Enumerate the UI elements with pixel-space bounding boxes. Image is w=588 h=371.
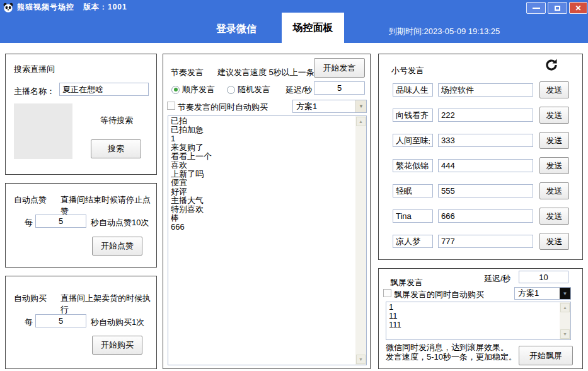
auto-like-panel: 自动点赞 直播间结束时候请停止点赞 每 秒自动点赞10次 开始点赞 [5, 183, 157, 268]
plan-selected-value: 方案1 [515, 288, 560, 299]
close-button[interactable]: ✕ [569, 2, 587, 14]
alt-account-row: 发送 [393, 157, 570, 174]
alt-account-row: 发送 [393, 81, 570, 98]
alt-account-message-input[interactable] [438, 134, 533, 147]
host-name-input[interactable] [59, 83, 149, 96]
minimize-button[interactable] [526, 2, 546, 14]
floating-speech-panel: 飘屏发言 延迟/秒 飘屏发言的同时自动购买 方案1 ▼ 1 11 111 ▲ ▼… [378, 268, 583, 369]
floating-note-1: 微信同时发消息，达到滚屏效果。 [386, 343, 509, 352]
send-button[interactable]: 发送 [539, 81, 569, 98]
start-buy-button[interactable]: 开始购买 [92, 336, 142, 355]
floating-messages-text: 1 11 111 [389, 303, 558, 339]
rhythm-autobuy-label: 节奏发言的同时自动购买 [178, 102, 268, 113]
floating-autobuy-checkbox[interactable] [383, 289, 391, 297]
tab-control-panel[interactable]: 场控面板 [282, 13, 344, 43]
rhythm-messages-text: 已拍 已拍加急 1 来复购了 看看上一个 喜欢 上新了吗 便宜 好评 主播大气 … [171, 117, 354, 364]
alt-account-row: 发送 [393, 208, 570, 225]
start-speech-button[interactable]: 开始发言 [314, 58, 365, 78]
panel-title: 搜索直播间 [14, 64, 55, 75]
alt-account-name-input[interactable] [393, 109, 433, 122]
liveroom-preview-image [14, 103, 72, 159]
floating-plan-dropdown[interactable]: 方案1 ▼ [514, 287, 571, 300]
maximize-button[interactable] [548, 2, 567, 14]
delay-label: 延迟/秒 [285, 85, 313, 96]
scrollbar[interactable]: ▲ ▼ [355, 116, 366, 365]
auto-like-hint: 直播间结束时候请停止点赞 [61, 194, 156, 217]
refresh-accounts-button[interactable] [543, 57, 560, 74]
titlebar: 熊猫视频号场控 版本：1001 [3, 2, 127, 13]
radio-circle-icon [227, 86, 235, 94]
panda-icon [3, 3, 13, 13]
radio-random-label: 随机发言 [238, 84, 270, 95]
radio-circle-icon [171, 86, 180, 94]
rhythm-autobuy-checkbox[interactable] [167, 102, 175, 110]
like-interval-input[interactable] [35, 215, 86, 228]
start-floating-button[interactable]: 开始飘屏 [519, 346, 573, 365]
alt-account-row: 发送 [393, 107, 570, 124]
tab-login-wechat[interactable]: 登录微信 [216, 23, 257, 36]
alt-account-message-input[interactable] [438, 83, 533, 97]
alt-account-message-input[interactable] [438, 184, 533, 197]
refresh-icon [544, 57, 559, 73]
header-bar: 熊猫视频号场控 版本：1001 ✕ 登录微信 场控面板 到期时间:2023-05… [0, 0, 588, 43]
expiry-time: 到期时间:2023-05-09 19:13:25 [389, 26, 500, 37]
send-button[interactable]: 发送 [539, 132, 569, 149]
chevron-down-icon: ▼ [355, 100, 366, 112]
send-button[interactable]: 发送 [539, 233, 569, 250]
search-button[interactable]: 搜索 [91, 139, 141, 158]
app-title: 熊猫视频号场控 [17, 2, 74, 13]
minimize-icon [533, 8, 540, 9]
floating-messages-textarea[interactable]: 1 11 111 ▲ ▼ [386, 302, 571, 340]
search-liveroom-panel: 搜索直播间 主播名称： 等待搜索 搜索 [5, 54, 157, 175]
send-button[interactable]: 发送 [539, 157, 569, 174]
rhythm-messages-textarea[interactable]: 已拍 已拍加急 1 来复购了 看看上一个 喜欢 上新了吗 便宜 好评 主播大气 … [168, 115, 367, 365]
alt-account-message-input[interactable] [438, 209, 533, 223]
panel-title: 小号发言 [391, 65, 424, 76]
alt-account-name-input[interactable] [393, 83, 433, 97]
send-button[interactable]: 发送 [539, 182, 569, 199]
panel-title: 自动点赞 [14, 194, 47, 206]
send-button[interactable]: 发送 [539, 208, 569, 225]
scrollbar[interactable]: ▲ ▼ [560, 302, 570, 339]
panel-title: 自动购买 [14, 293, 47, 304]
radio-sequential-speech[interactable]: 顺序发言 [171, 84, 215, 95]
rhythm-speech-panel: 节奏发言 建议发言速度 5秒以上一条 开始发言 顺序发言 随机发言 延迟/秒 节… [163, 54, 371, 369]
rhythm-plan-dropdown[interactable]: 方案1 ▼ [292, 100, 367, 113]
alt-account-message-input[interactable] [438, 159, 533, 172]
like-suffix-label: 秒自动点赞10次 [91, 217, 149, 228]
search-status-text: 等待搜索 [100, 115, 133, 126]
app-version: 版本：1001 [83, 2, 127, 13]
chevron-down-icon: ▼ [560, 288, 570, 299]
alt-account-name-input[interactable] [393, 209, 433, 223]
alt-account-row: 发送 [393, 132, 570, 149]
window-controls: ✕ [526, 2, 587, 14]
radio-random-speech[interactable]: 随机发言 [227, 84, 270, 95]
buy-suffix-label: 秒自动购买1次 [91, 317, 144, 328]
alt-account-row: 发送 [393, 182, 570, 199]
alt-account-name-input[interactable] [393, 235, 433, 248]
floating-autobuy-label: 飘屏发言的同时自动购买 [394, 289, 484, 300]
app-window: 熊猫视频号场控 版本：1001 ✕ 登录微信 场控面板 到期时间:2023-05… [0, 0, 588, 371]
alt-account-message-input[interactable] [438, 235, 533, 248]
rhythm-delay-input[interactable] [314, 81, 365, 95]
alt-account-name-input[interactable] [393, 159, 433, 172]
every-label: 每 [25, 217, 33, 228]
radio-sequential-label: 顺序发言 [182, 84, 215, 95]
close-icon: ✕ [575, 4, 581, 13]
scroll-down-icon[interactable]: ▼ [560, 329, 570, 339]
alt-account-message-input[interactable] [438, 109, 533, 122]
host-name-label: 主播名称： [14, 86, 55, 97]
start-like-button[interactable]: 开始点赞 [92, 237, 142, 256]
plan-selected-value: 方案1 [293, 101, 355, 112]
buy-interval-input[interactable] [35, 314, 86, 327]
scroll-up-icon[interactable]: ▲ [560, 303, 570, 312]
alt-account-name-input[interactable] [393, 184, 433, 197]
scroll-up-icon[interactable]: ▲ [356, 117, 366, 126]
alt-account-row: 发送 [393, 233, 570, 250]
panel-title: 飘屏发言 [390, 277, 423, 288]
alt-account-name-input[interactable] [393, 134, 433, 147]
scroll-down-icon[interactable]: ▼ [356, 355, 366, 364]
send-button[interactable]: 发送 [539, 107, 569, 124]
floating-delay-input[interactable] [519, 271, 568, 283]
delay-label: 延迟/秒 [484, 273, 511, 285]
